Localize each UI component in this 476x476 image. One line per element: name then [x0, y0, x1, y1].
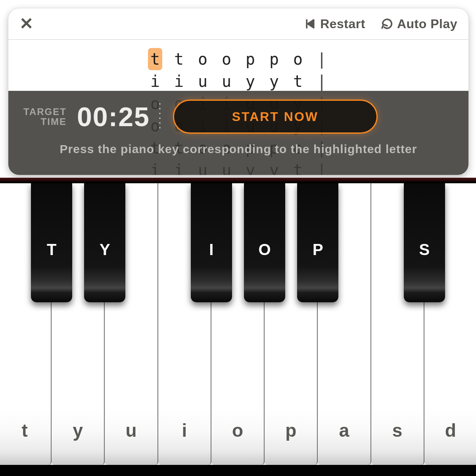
target-time-value: 00:25 — [77, 101, 150, 132]
row-separator: | — [315, 48, 329, 70]
black-key-S[interactable]: S — [404, 183, 445, 302]
black-key-label: I — [191, 241, 232, 259]
white-key-label: p — [265, 420, 317, 441]
letter-row: i i u u y y t | — [148, 70, 329, 92]
black-key-label: S — [404, 241, 445, 259]
black-key-T[interactable]: T — [31, 183, 72, 302]
app-frame: ✕ Restart Auto Play t t o o p p o |i i u… — [0, 0, 476, 476]
target-time-label: TARGET TIME — [23, 107, 67, 127]
skip-back-icon — [304, 18, 316, 30]
white-key-label: i — [158, 420, 211, 441]
white-key-label: s — [371, 420, 424, 441]
start-now-label: START NOW — [232, 109, 319, 124]
restart-button[interactable]: Restart — [304, 17, 365, 31]
start-now-button[interactable]: START NOW — [173, 100, 378, 134]
black-key-label: Y — [84, 241, 125, 259]
black-key-O[interactable]: O — [244, 183, 285, 302]
letter-cell: o — [219, 48, 234, 70]
letter-row: t t o o p p o | — [148, 48, 329, 70]
white-key-label: a — [318, 420, 370, 441]
letter-cell: t — [148, 48, 162, 70]
black-key-I[interactable]: I — [191, 183, 232, 302]
close-icon[interactable]: ✕ — [19, 15, 33, 32]
black-key-label: T — [31, 241, 72, 259]
white-key-label: t — [0, 420, 51, 441]
black-key-label: O — [244, 241, 285, 259]
refresh-icon — [381, 18, 393, 30]
autoplay-label: Auto Play — [397, 17, 457, 31]
letter-cell: o — [196, 48, 210, 70]
instruction-card: ✕ Restart Auto Play t t o o p p o |i i u… — [8, 8, 469, 175]
piano: tyuiopasdTYIOPS — [0, 178, 476, 476]
letter-cell: t — [291, 70, 305, 92]
row-separator: | — [315, 70, 329, 92]
white-key-label: u — [105, 420, 157, 441]
black-key-Y[interactable]: Y — [84, 183, 125, 302]
white-key-label: y — [52, 420, 104, 441]
letter-cell: i — [148, 70, 162, 92]
letter-cell: t — [172, 48, 186, 70]
white-key-label: o — [211, 420, 264, 441]
piano-keys: tyuiopasdTYIOPS — [0, 183, 476, 465]
autoplay-button[interactable]: Auto Play — [381, 17, 457, 31]
letter-cell: p — [267, 48, 281, 70]
letter-cell: u — [196, 70, 210, 92]
letter-cell: y — [267, 70, 281, 92]
instruction-hint: Press the piano key corresponding to the… — [8, 142, 469, 156]
letter-cell: p — [243, 48, 257, 70]
black-key-P[interactable]: P — [297, 183, 338, 302]
divider — [8, 39, 468, 40]
start-overlay: TARGET TIME 00:25 START NOW Press the pi… — [8, 91, 469, 175]
svg-marker-1 — [308, 20, 314, 28]
white-key-label: d — [424, 420, 476, 441]
restart-label: Restart — [320, 17, 365, 31]
black-key-label: P — [297, 241, 338, 259]
card-topbar: ✕ Restart Auto Play — [8, 8, 468, 39]
letter-cell: i — [172, 70, 186, 92]
letter-cell: y — [243, 70, 257, 92]
letter-cell: u — [219, 70, 234, 92]
letter-cell: o — [291, 48, 305, 70]
dotted-divider — [158, 102, 162, 132]
